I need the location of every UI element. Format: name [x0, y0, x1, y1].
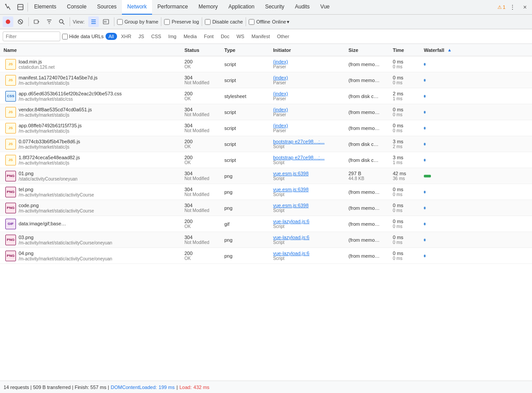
filter-media-button[interactable]: Media — [180, 33, 200, 40]
preserve-log-option[interactable]: Preserve log — [164, 19, 199, 25]
table-row[interactable]: PNG 01.png /static/activityCourse/oneyua… — [0, 168, 532, 184]
initiator-link[interactable]: bootstrap e27ce98…;… — [273, 139, 346, 144]
initiator-link[interactable]: (index) — [273, 75, 346, 80]
filter-input[interactable] — [3, 31, 60, 41]
header-type[interactable]: Type — [222, 47, 270, 53]
throttle-dropdown[interactable]: Online ▾ — [272, 19, 290, 25]
hide-data-urls-checkbox[interactable] — [62, 34, 68, 39]
filter-ws-button[interactable]: WS — [233, 33, 247, 40]
disable-cache-checkbox[interactable] — [205, 19, 211, 25]
tab-sources[interactable]: Sources — [92, 0, 122, 15]
cell-waterfall — [421, 63, 532, 66]
cell-initiator: vue-lazyload.js:6 Script — [270, 219, 346, 229]
table-row[interactable]: PNG 03.png /m-activity/market/static/act… — [0, 232, 532, 248]
tab-network[interactable]: Network — [122, 0, 152, 15]
clear-button[interactable] — [15, 16, 26, 27]
disable-cache-option[interactable]: Disable cache — [205, 19, 243, 25]
header-initiator[interactable]: Initiator — [270, 47, 346, 53]
table-row[interactable]: JS vendor.84f8ae535cd74cd0a651.js /m-act… — [0, 104, 532, 120]
filter-all-button[interactable]: All — [106, 33, 117, 40]
filter-xhr-button[interactable]: XHR — [118, 33, 134, 40]
cell-waterfall — [421, 207, 532, 209]
initiator-link[interactable]: vue.esm.js:6398 — [273, 187, 346, 192]
time-secondary: 0 ms — [393, 240, 421, 245]
filter-js-button[interactable]: JS — [135, 33, 147, 40]
initiator-link[interactable]: vue-lazyload.js:6 — [273, 235, 346, 240]
filter-manifest-button[interactable]: Manifest — [248, 33, 273, 40]
cell-status: 200 OK — [182, 219, 222, 229]
cell-name: JS app.08ffeb7492b61f15f735.js /m-activi… — [0, 120, 182, 136]
header-size[interactable]: Size — [346, 47, 390, 53]
video-button[interactable] — [31, 16, 42, 27]
group-by-frame-option[interactable]: Group by frame — [117, 19, 158, 25]
initiator-link[interactable]: (index) — [273, 91, 346, 96]
initiator-link[interactable]: vue-lazyload.js:6 — [273, 219, 346, 224]
tab-console[interactable]: Console — [62, 0, 92, 15]
name-wrapper: app.08ffeb7492b61f15f735.js /m-activity/… — [19, 120, 82, 136]
header-waterfall[interactable]: Waterfall ▲ — [421, 47, 532, 53]
cell-type: script — [222, 62, 270, 67]
time-secondary: 0 ms — [393, 192, 421, 197]
table-row[interactable]: JS manifest.1a1724070e1714a5be7d.js /m-a… — [0, 72, 532, 88]
initiator-link[interactable]: bootstrap e27ce98…;… — [273, 155, 346, 160]
filter-css-button[interactable]: CSS — [148, 33, 164, 40]
header-time[interactable]: Time — [390, 47, 421, 53]
initiator-sub: Parser — [273, 128, 346, 133]
table-row[interactable]: JS 0.0774cb33b6f5b47be8d6.js /m-activity… — [0, 136, 532, 152]
tab-memory[interactable]: Memory — [193, 0, 223, 15]
status-text: Not Modified — [184, 208, 222, 213]
offline-checkbox[interactable] — [249, 19, 254, 25]
filter-other-button[interactable]: Other — [274, 33, 293, 40]
status-text: Not Modified — [184, 128, 222, 133]
inspect-icon[interactable] — [2, 0, 14, 15]
search-button[interactable] — [56, 16, 67, 27]
file-name: 04.png — [19, 251, 112, 256]
tab-audits[interactable]: Audits — [289, 0, 315, 15]
tab-elements[interactable]: Elements — [29, 0, 62, 15]
status-code: 200 — [184, 155, 222, 160]
table-row[interactable]: PNG tel.png /m-activity/market/static/ac… — [0, 184, 532, 200]
dock-icon[interactable] — [14, 0, 27, 15]
record-button[interactable] — [3, 16, 13, 27]
preserve-log-checkbox[interactable] — [164, 19, 170, 25]
table-row[interactable]: PNG code.png /m-activity/market/static/a… — [0, 200, 532, 216]
initiator-link[interactable]: (index) — [273, 123, 346, 128]
header-status[interactable]: Status — [182, 47, 222, 53]
filter-img-button[interactable]: Img — [165, 33, 180, 40]
close-button[interactable]: × — [520, 2, 530, 12]
cell-time: 0 ms 0 ms — [390, 203, 421, 213]
filter-font-button[interactable]: Font — [201, 33, 217, 40]
table-row[interactable]: PNG 04.png /m-activity/market/static/act… — [0, 248, 532, 264]
initiator-link[interactable]: vue.esm.js:6398 — [273, 203, 346, 208]
table-row[interactable]: JS app.08ffeb7492b61f15f735.js /m-activi… — [0, 120, 532, 136]
tab-performance[interactable]: Performance — [152, 0, 193, 15]
filter-doc-button[interactable]: Doc — [218, 33, 233, 40]
status-code: 304 — [184, 235, 222, 240]
filter-toggle-button[interactable] — [44, 16, 55, 27]
svg-rect-2 — [18, 7, 23, 7]
time-primary: 0 ms — [393, 75, 421, 80]
header-name[interactable]: Name — [0, 47, 182, 53]
table-row[interactable]: GIF data:image/gif;base… 200 OK gif vue-… — [0, 216, 532, 232]
cell-type: script — [222, 141, 270, 147]
initiator-link[interactable]: (index) — [273, 107, 346, 112]
tab-vue[interactable]: Vue — [315, 0, 335, 15]
cell-time: 0 ms 0 ms — [390, 219, 421, 229]
offline-option[interactable]: Offline — [249, 19, 270, 25]
warning-badge[interactable]: ⚠ 1 — [497, 4, 505, 10]
table-row[interactable]: JS 1.8f3724ceca5e48eaad82.js /m-activity… — [0, 152, 532, 168]
tab-application[interactable]: Application — [223, 0, 260, 15]
list-view-button[interactable] — [88, 16, 99, 27]
table-row[interactable]: JS load.min.js cstaticdun.126.net 200 OK… — [0, 56, 532, 72]
time-secondary: 0 ms — [393, 224, 421, 229]
initiator-link[interactable]: vue.esm.js:6398 — [273, 171, 346, 176]
screenshot-view-button[interactable] — [101, 16, 111, 27]
group-by-frame-checkbox[interactable] — [117, 19, 123, 25]
table-row[interactable]: CSS app.d65ed6353b6116ef20b2eac2c90be573… — [0, 88, 532, 104]
initiator-link[interactable]: (index) — [273, 59, 346, 64]
initiator-link[interactable]: vue-lazyload.js:6 — [273, 251, 346, 256]
more-button[interactable]: ⋮ — [507, 2, 518, 12]
tab-security[interactable]: Security — [260, 0, 289, 15]
hide-data-urls-option[interactable]: Hide data URLs — [62, 34, 104, 39]
name-wrapper: 01.png /static/activityCourse/oneyuan — [19, 168, 78, 184]
